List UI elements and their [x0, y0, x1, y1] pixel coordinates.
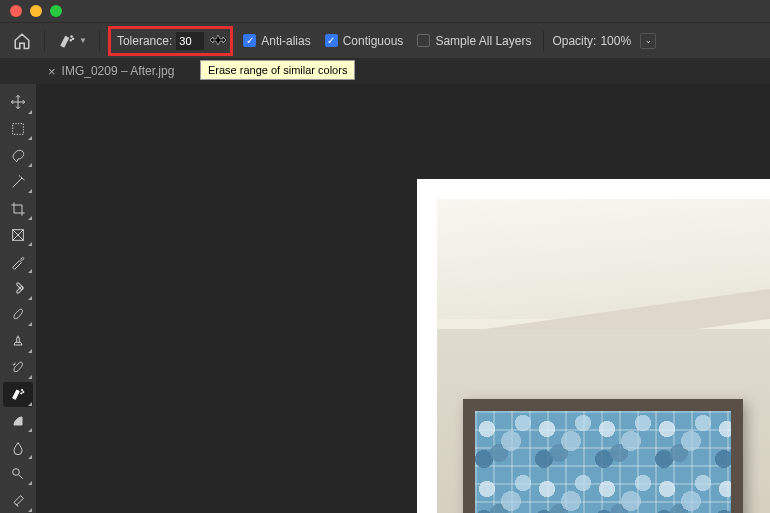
marquee-tool[interactable]: [3, 117, 33, 142]
zoom-window-button[interactable]: [50, 5, 62, 17]
dodge-tool[interactable]: [3, 462, 33, 487]
sample-all-layers-label: Sample All Layers: [435, 34, 531, 48]
contiguous-checkbox[interactable]: ✓: [325, 34, 338, 47]
svg-rect-6: [16, 286, 24, 294]
brush-tool[interactable]: [3, 303, 33, 328]
divider: [543, 30, 544, 52]
gradient-tool[interactable]: [3, 409, 33, 434]
close-window-button[interactable]: [10, 5, 22, 17]
tolerance-input[interactable]: [176, 32, 204, 50]
anti-alias-label: Anti-alias: [261, 34, 310, 48]
crop-tool[interactable]: [3, 196, 33, 221]
contiguous-option[interactable]: ✓ Contiguous: [321, 34, 408, 48]
svg-point-8: [23, 392, 24, 393]
current-tool-indicator[interactable]: ▼: [53, 32, 91, 50]
chevron-down-icon: ▼: [79, 36, 87, 45]
contiguous-label: Contiguous: [343, 34, 404, 48]
opacity-input[interactable]: [600, 34, 636, 48]
svg-point-1: [72, 38, 74, 40]
svg-point-0: [71, 35, 73, 37]
anti-alias-option[interactable]: ✓ Anti-alias: [239, 34, 314, 48]
opacity-option: Opacity: ⌄: [552, 33, 656, 49]
tolerance-highlight: Tolerance:: [108, 26, 233, 56]
window-titlebar: [0, 0, 770, 22]
sample-all-layers-option[interactable]: Sample All Layers: [413, 34, 535, 48]
tolerance-label: Tolerance:: [117, 34, 172, 48]
minimize-window-button[interactable]: [30, 5, 42, 17]
home-button[interactable]: [8, 27, 36, 55]
history-brush-tool[interactable]: [3, 356, 33, 381]
svg-point-7: [21, 390, 22, 391]
clone-stamp-tool[interactable]: [3, 329, 33, 354]
svg-rect-3: [13, 124, 24, 135]
opacity-label: Opacity:: [552, 34, 596, 48]
scrubby-cursor-icon: [208, 33, 224, 49]
frame-tool[interactable]: [3, 223, 33, 248]
divider: [99, 30, 100, 52]
options-bar: ▼ Tolerance: ✓ Anti-alias ✓ Contiguous S…: [0, 22, 770, 58]
svg-point-9: [21, 393, 22, 394]
blur-tool[interactable]: [3, 435, 33, 460]
divider: [44, 30, 45, 52]
tool-panel: [0, 84, 36, 513]
magic-wand-tool[interactable]: [3, 170, 33, 195]
sample-all-layers-checkbox[interactable]: [417, 34, 430, 47]
photo-content: [437, 199, 770, 513]
document-tab-label[interactable]: IMG_0209 – After.jpg: [62, 64, 175, 78]
tooltip: Erase range of similar colors: [200, 60, 355, 80]
eyedropper-tool[interactable]: [3, 249, 33, 274]
spot-healing-tool[interactable]: [3, 276, 33, 301]
workspace: [0, 84, 770, 513]
opacity-dropdown-button[interactable]: ⌄: [640, 33, 656, 49]
anti-alias-checkbox[interactable]: ✓: [243, 34, 256, 47]
document-tab-bar: × IMG_0209 – After.jpg Erase range of si…: [0, 58, 770, 84]
svg-point-10: [13, 469, 20, 476]
move-tool[interactable]: [3, 90, 33, 115]
canvas-area[interactable]: [36, 84, 770, 513]
svg-point-2: [70, 39, 72, 41]
lasso-tool[interactable]: [3, 143, 33, 168]
pen-tool[interactable]: [3, 488, 33, 513]
eraser-tool[interactable]: [3, 382, 33, 407]
framed-picture: [463, 399, 743, 513]
document-canvas[interactable]: [417, 179, 770, 513]
tab-close-button[interactable]: ×: [48, 64, 56, 79]
